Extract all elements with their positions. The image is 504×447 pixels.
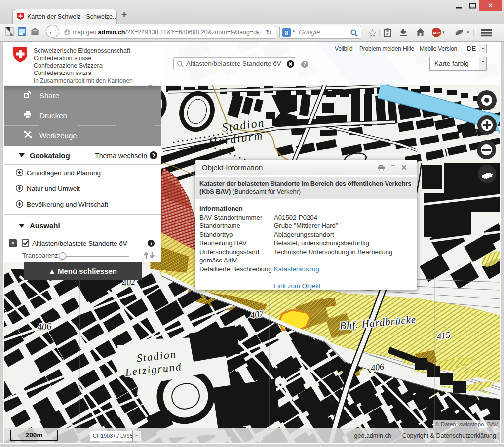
- svg-text:8: 8: [285, 29, 288, 36]
- svg-text:406: 406: [37, 321, 52, 333]
- svg-text:ABP: ABP: [433, 31, 440, 35]
- svg-text:i: i: [150, 240, 152, 246]
- svg-text:406: 406: [370, 361, 385, 373]
- svg-text:407: 407: [250, 308, 265, 320]
- svg-text:415: 415: [436, 330, 451, 341]
